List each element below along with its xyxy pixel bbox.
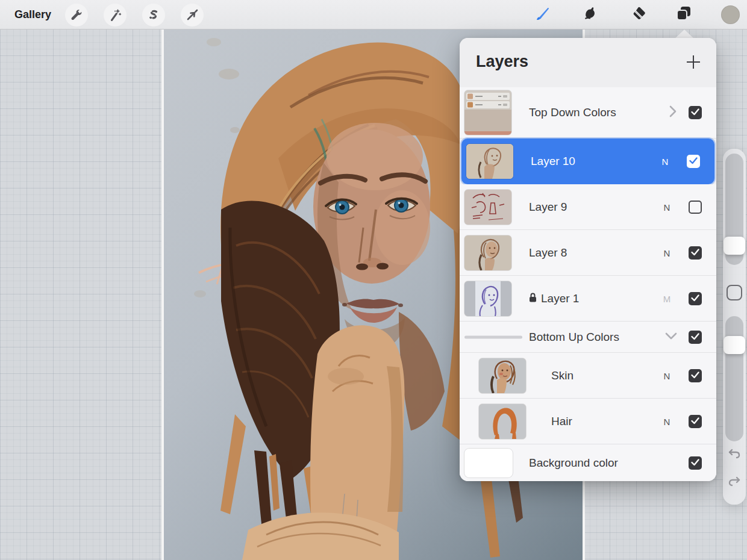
checkmark-icon xyxy=(691,416,699,427)
layer-row-layer-1[interactable]: Layer 1 M xyxy=(460,276,716,322)
undo-button[interactable] xyxy=(727,447,742,462)
checkmark-icon xyxy=(691,370,699,381)
blend-mode-badge[interactable]: N xyxy=(660,370,674,381)
undo-icon xyxy=(728,447,741,462)
layers-panel-title: Layers xyxy=(476,52,528,71)
checkmark-icon xyxy=(691,458,699,468)
opacity-handle[interactable] xyxy=(724,336,745,354)
selection-s-icon xyxy=(147,8,160,22)
visibility-checkbox[interactable] xyxy=(689,106,702,119)
paint-tool-button[interactable] xyxy=(531,4,554,26)
blend-mode-badge[interactable]: N xyxy=(658,157,672,167)
visibility-checkbox[interactable] xyxy=(689,456,702,470)
redo-icon xyxy=(728,475,741,490)
chevron-right-icon[interactable] xyxy=(668,105,678,120)
layer-row-layer-10[interactable]: Layer 10 N xyxy=(461,138,714,184)
layer-name: Bottom Up Colors xyxy=(529,331,619,344)
blend-mode-badge[interactable]: M xyxy=(660,293,674,303)
layer-row-hair[interactable]: Hair N xyxy=(460,399,716,444)
layer-thumbnail xyxy=(479,358,526,393)
brush-icon xyxy=(533,5,551,25)
layer-name: Layer 9 xyxy=(529,201,567,214)
plus-icon xyxy=(685,54,702,73)
color-swatch[interactable] xyxy=(721,5,740,24)
transform-arrow-icon xyxy=(186,8,199,22)
layer-row-top-down-colors[interactable]: Top Down Colors xyxy=(460,87,716,138)
checkmark-icon xyxy=(691,332,699,343)
checkmark-icon xyxy=(691,293,699,304)
magic-wand-icon xyxy=(108,8,122,22)
visibility-checkbox[interactable] xyxy=(689,292,702,305)
background-color-swatch xyxy=(464,449,513,478)
blend-mode-badge[interactable]: N xyxy=(660,247,674,258)
gallery-button[interactable]: Gallery xyxy=(14,0,51,29)
layer-name: Hair xyxy=(551,415,572,428)
layer-name: Layer 10 xyxy=(531,155,575,168)
lock-icon xyxy=(529,292,537,305)
eraser-icon xyxy=(630,5,648,25)
chevron-down-icon[interactable] xyxy=(664,331,678,343)
blend-mode-badge[interactable]: N xyxy=(660,202,674,212)
layer-thumbnail xyxy=(479,404,526,439)
smudge-icon xyxy=(581,5,599,25)
layer-row-background-color[interactable]: Background color xyxy=(460,444,716,481)
visibility-checkbox[interactable] xyxy=(689,415,702,428)
group-thumbnail xyxy=(464,90,511,135)
blend-mode-badge[interactable]: N xyxy=(660,416,674,426)
layer-name-text: Layer 1 xyxy=(541,292,579,305)
wrench-icon xyxy=(70,8,83,22)
visibility-checkbox[interactable] xyxy=(689,331,702,344)
selection-button[interactable] xyxy=(142,4,165,26)
layers-panel-header: Layers xyxy=(460,38,716,87)
layers-icon xyxy=(674,5,693,25)
brush-size-handle[interactable] xyxy=(724,237,745,255)
layer-thumbnail xyxy=(464,190,511,225)
layer-name: Layer 8 xyxy=(529,246,567,260)
sidebar-controls xyxy=(723,149,746,505)
visibility-checkbox[interactable] xyxy=(689,201,702,214)
visibility-checkbox[interactable] xyxy=(689,246,702,260)
layers-panel-button[interactable] xyxy=(672,4,695,26)
layer-name: Layer 1 xyxy=(529,292,579,305)
layer-thumbnail xyxy=(466,144,513,179)
layer-name: Top Down Colors xyxy=(529,106,616,119)
adjustments-button[interactable] xyxy=(104,4,127,26)
layer-thumbnail xyxy=(464,235,511,270)
layer-row-layer-9[interactable]: Layer 9 N xyxy=(460,184,716,230)
layer-name: Skin xyxy=(551,369,574,382)
checkmark-icon xyxy=(691,247,699,258)
visibility-checkbox[interactable] xyxy=(687,155,700,168)
checkmark-icon xyxy=(689,156,698,167)
layer-row-layer-8[interactable]: Layer 8 N xyxy=(460,230,716,276)
modify-button[interactable] xyxy=(727,285,742,300)
visibility-checkbox[interactable] xyxy=(689,369,702,382)
add-layer-button[interactable] xyxy=(684,54,703,73)
erase-tool-button[interactable] xyxy=(627,4,650,26)
layer-name: Background color xyxy=(529,456,618,470)
transform-button[interactable] xyxy=(181,4,204,26)
opacity-slider[interactable] xyxy=(725,316,743,441)
layer-row-bottom-up-colors[interactable]: Bottom Up Colors xyxy=(460,322,716,353)
top-toolbar: Gallery xyxy=(0,0,747,30)
layer-row-skin[interactable]: Skin N xyxy=(460,353,716,399)
smudge-tool-button[interactable] xyxy=(579,4,602,26)
layer-thumbnail xyxy=(464,281,511,316)
redo-button[interactable] xyxy=(727,475,742,490)
actions-button[interactable] xyxy=(65,4,88,26)
group-thumbnail-line xyxy=(464,335,522,338)
checkmark-icon xyxy=(691,107,699,118)
